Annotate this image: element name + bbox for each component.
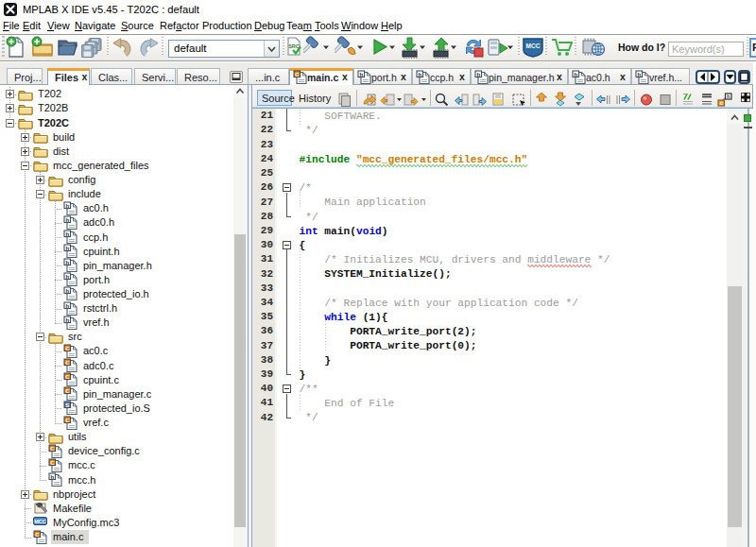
svg-text:h: h [65, 274, 69, 280]
svg-text:h: h [637, 72, 641, 77]
svg-text:C: C [65, 360, 70, 366]
svg-text:MCC: MCC [526, 43, 541, 49]
svg-text:C: C [65, 417, 70, 422]
svg-text:c: c [720, 100, 723, 106]
svg-text:h: h [65, 246, 69, 251]
svg-text:C: C [35, 531, 40, 537]
svg-text:h: h [65, 217, 69, 223]
svg-text:h: h [65, 316, 69, 322]
svg-text:h: h [476, 72, 480, 77]
svg-text:C: C [295, 72, 300, 77]
svg-text:C: C [65, 388, 70, 394]
svg-text:h: h [574, 72, 577, 77]
svg-text:h: h [65, 302, 69, 308]
svg-text:SRC: SRC [288, 43, 300, 49]
svg-text:h: h [418, 72, 421, 77]
svg-text:h: h [65, 260, 69, 265]
svg-text:S: S [65, 402, 69, 408]
svg-text:h: h [65, 288, 69, 294]
svg-text:C: C [65, 346, 70, 351]
svg-text:h: h [65, 231, 69, 237]
svg-text:h: h [359, 72, 363, 77]
svg-text:C: C [65, 374, 70, 380]
svg-text:h: h [65, 202, 69, 208]
svg-text:C: C [50, 460, 55, 466]
svg-text:C: C [50, 445, 55, 451]
svg-text:h: h [50, 474, 54, 480]
svg-text:MCC: MCC [34, 519, 46, 524]
